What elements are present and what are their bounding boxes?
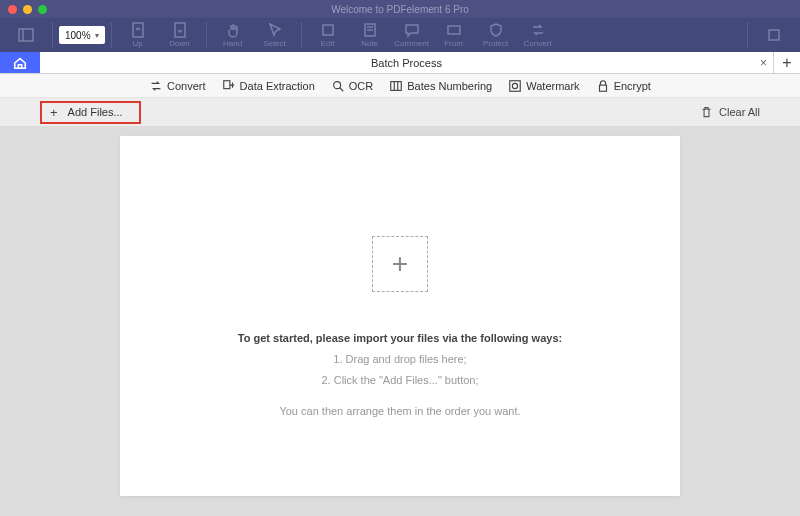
instructions-line1: 1. Drag and drop files here; [238,349,562,370]
batch-category-bar: Convert Data Extraction OCR Bates Number… [0,74,800,98]
document-tab-title: Batch Process [371,57,442,69]
svg-rect-14 [391,81,402,90]
category-convert-label: Convert [167,80,206,92]
plus-icon: + [782,54,791,72]
edit-tool-label: Edit [321,39,335,48]
convert-tool-button[interactable]: Convert [518,19,558,51]
edit-tool-button[interactable]: Edit [308,19,348,51]
home-tab[interactable] [0,52,40,73]
window-title: Welcome to PDFelement 6 Pro [0,4,800,15]
svg-rect-2 [133,23,143,37]
tab-strip: Batch Process × + [0,52,800,74]
from-tool-button[interactable]: From [434,19,474,51]
document-tab[interactable]: Batch Process × [40,52,774,73]
convert-icon [149,79,163,93]
ribbon-sep [301,22,302,48]
clear-all-label: Clear All [719,106,760,118]
convert-tool-label: Convert [524,39,552,48]
instructions-line2: 2. Click the "Add Files..." button; [238,370,562,391]
svg-point-18 [513,83,518,88]
action-row: + Add Files... Clear All [0,98,800,126]
new-tab-button[interactable]: + [774,52,800,73]
select-tool-button[interactable]: Select [255,19,295,51]
protect-tool-button[interactable]: Protect [476,19,516,51]
instructions-note: You can then arrange them in the order y… [238,401,562,422]
title-bar: Welcome to PDFelement 6 Pro [0,0,800,18]
drop-canvas[interactable]: + To get started, please import your fil… [120,136,680,496]
svg-rect-17 [510,80,521,91]
instructions-heading: To get started, please import your files… [238,328,562,349]
page-down-label: Down [169,39,189,48]
svg-rect-3 [175,23,185,37]
category-encrypt[interactable]: Encrypt [596,79,651,93]
workspace: + To get started, please import your fil… [0,126,800,508]
clear-all-button[interactable]: Clear All [700,106,760,119]
ocr-icon [331,79,345,93]
category-data-extraction-label: Data Extraction [240,80,315,92]
sidebar-toggle-button[interactable] [6,19,46,51]
svg-rect-8 [448,26,460,34]
hand-tool-label: Hand [223,39,242,48]
ribbon-sep [111,22,112,48]
ribbon-sep [747,22,748,48]
lock-icon [596,79,610,93]
category-convert[interactable]: Convert [149,79,206,93]
protect-tool-label: Protect [483,39,508,48]
category-ocr[interactable]: OCR [331,79,373,93]
svg-point-12 [333,81,340,88]
ribbon-sep [206,22,207,48]
comment-tool-label: Comment [394,39,429,48]
plus-icon: + [392,248,408,280]
category-bates-label: Bates Numbering [407,80,492,92]
add-files-button[interactable]: + Add Files... [40,101,141,124]
chevron-down-icon: ▾ [95,31,99,40]
comment-tool-button[interactable]: Comment [392,19,432,51]
zoom-value: 100% [65,30,91,41]
category-watermark-label: Watermark [526,80,579,92]
watermark-icon [508,79,522,93]
bates-icon [389,79,403,93]
close-tab-button[interactable]: × [760,56,767,70]
svg-rect-4 [323,25,333,35]
svg-rect-10 [18,64,22,68]
ribbon-toolbar: 100% ▾ Up Down Hand Select Edit Note Com… [0,18,800,52]
note-tool-button[interactable]: Note [350,19,390,51]
note-tool-label: Note [361,39,378,48]
page-up-button[interactable]: Up [118,19,158,51]
select-tool-label: Select [263,39,285,48]
category-data-extraction[interactable]: Data Extraction [222,79,315,93]
page-down-button[interactable]: Down [160,19,200,51]
page-up-label: Up [132,39,142,48]
svg-rect-0 [19,29,33,41]
svg-line-13 [340,87,344,91]
zoom-selector[interactable]: 100% ▾ [59,26,105,44]
trash-icon [700,106,713,119]
hand-tool-button[interactable]: Hand [213,19,253,51]
ribbon-more-button[interactable] [754,19,794,51]
instructions: To get started, please import your files… [238,328,562,422]
svg-rect-19 [599,85,606,91]
drop-target[interactable]: + [372,236,428,292]
from-tool-label: From [444,39,463,48]
home-icon [13,56,27,70]
add-files-label: Add Files... [68,106,123,118]
plus-icon: + [50,105,58,120]
category-watermark[interactable]: Watermark [508,79,579,93]
data-extraction-icon [222,79,236,93]
svg-rect-9 [769,30,779,40]
category-encrypt-label: Encrypt [614,80,651,92]
ribbon-sep [52,22,53,48]
category-bates[interactable]: Bates Numbering [389,79,492,93]
svg-rect-11 [223,80,229,88]
category-ocr-label: OCR [349,80,373,92]
